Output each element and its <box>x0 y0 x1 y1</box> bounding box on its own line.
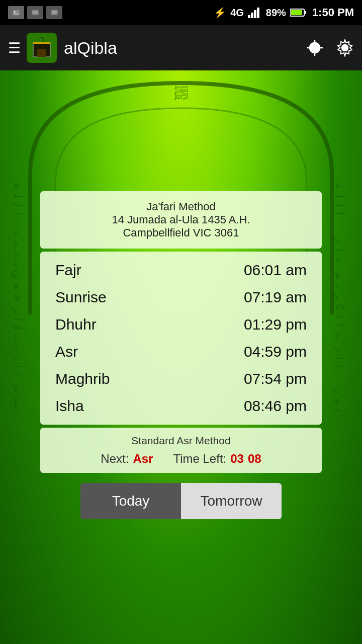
signal-icon <box>248 7 262 18</box>
svg-rect-6 <box>248 15 250 18</box>
prayer-name-sunrise: Sunrise <box>55 289 136 306</box>
next-prayer-name: Asr <box>133 452 153 466</box>
app-bar: ☰ ☪ alQibla <box>0 25 362 70</box>
prayer-row: Sunrise 07:19 am <box>55 284 307 311</box>
bluetooth-icon: ⚡ <box>214 7 226 19</box>
app-logo: ☪ <box>27 33 57 63</box>
prayer-row: Isha 08:46 pm <box>55 392 307 420</box>
prayer-row: Dhuhr 01:29 pm <box>55 311 307 338</box>
svg-text:☪: ☪ <box>40 38 43 42</box>
svg-point-19 <box>313 46 316 49</box>
svg-rect-9 <box>257 8 259 18</box>
asr-method: Standard Asr Method <box>50 435 312 447</box>
time-left-label: Time Left: <box>173 452 226 466</box>
gallery-icon <box>8 6 24 19</box>
svg-rect-3 <box>33 11 38 14</box>
photo2-icon <box>46 6 62 19</box>
svg-rect-8 <box>254 10 256 18</box>
prayer-name-dhuhr: Dhuhr <box>55 316 136 333</box>
app-title: alQibla <box>64 38 306 58</box>
prayer-time-maghrib: 07:54 pm <box>244 370 307 387</box>
svg-point-24 <box>342 45 348 51</box>
svg-point-1 <box>14 11 16 13</box>
footer-card: Standard Asr Method Next: Asr Time Left:… <box>40 428 322 473</box>
svg-rect-11 <box>304 11 306 14</box>
svg-rect-12 <box>291 10 302 15</box>
prayer-name-isha: Isha <box>55 397 136 415</box>
svg-rect-7 <box>251 13 253 18</box>
status-bar: ⚡ 4G 89% 1:50 PM <box>0 0 362 25</box>
prayer-row: Fajr 06:01 am <box>55 257 307 284</box>
prayer-name-asr: Asr <box>55 343 136 360</box>
day-tab-row: Today Tomorrow <box>80 483 282 519</box>
svg-rect-5 <box>52 11 57 14</box>
time-left-hours: 03 <box>230 452 244 466</box>
photo1-icon <box>27 6 43 19</box>
main-content: Ja'fari Method 14 Jumada al-Ula 1435 A.H… <box>0 70 362 644</box>
battery-label: 89% <box>266 7 286 19</box>
prayer-name-fajr: Fajr <box>55 262 136 279</box>
prayer-time-dhuhr: 01:29 pm <box>244 316 307 333</box>
prayer-time-asr: 04:59 pm <box>244 343 307 360</box>
location-icon[interactable] <box>306 39 324 57</box>
svg-rect-14 <box>37 49 46 57</box>
menu-button[interactable]: ☰ <box>8 40 21 56</box>
prayer-time-sunrise: 07:19 am <box>244 289 307 306</box>
hijri-date: 14 Jumada al-Ula 1435 A.H. <box>50 213 312 226</box>
tomorrow-tab[interactable]: Tomorrow <box>181 483 282 519</box>
svg-rect-15 <box>33 42 50 44</box>
battery-icon <box>290 8 306 17</box>
prayer-name-maghrib: Maghrib <box>55 370 136 387</box>
next-label: Next: <box>101 452 129 466</box>
prayer-row: Asr 04:59 pm <box>55 338 307 365</box>
prayer-times-card: Fajr 06:01 am Sunrise 07:19 am Dhuhr 01:… <box>40 252 322 425</box>
prayer-time-isha: 08:46 pm <box>244 397 307 415</box>
settings-icon[interactable] <box>336 39 354 57</box>
time-left-minutes: 08 <box>248 452 261 466</box>
prayer-time-fajr: 06:01 am <box>244 262 307 279</box>
calculation-method: Ja'fari Method <box>50 200 312 213</box>
location-name: Campbellfield VIC 3061 <box>50 226 312 239</box>
prayer-row: Maghrib 07:54 pm <box>55 365 307 392</box>
next-prayer-info: Next: Asr Time Left: 03 08 <box>50 452 312 466</box>
info-card: Ja'fari Method 14 Jumada al-Ula 1435 A.H… <box>40 191 322 249</box>
network-label: 4G <box>230 7 244 19</box>
today-tab[interactable]: Today <box>80 483 181 519</box>
time-label: 1:50 PM <box>312 6 354 19</box>
